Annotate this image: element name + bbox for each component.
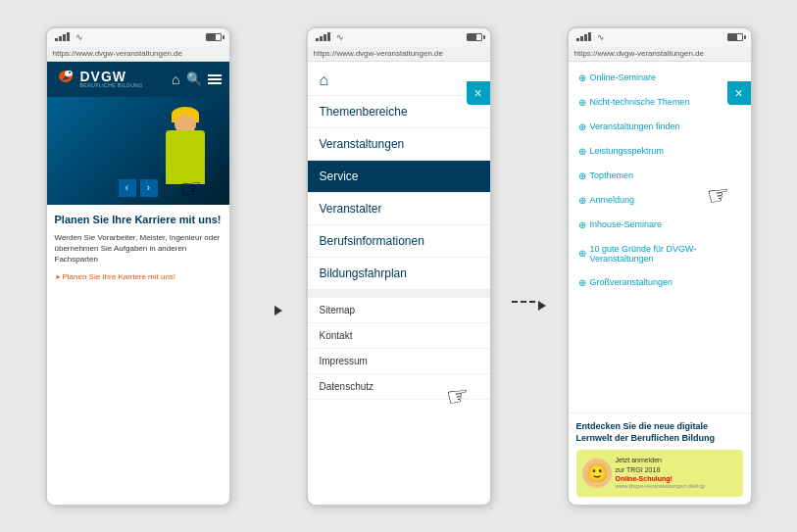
menu-item-bildungsfahrplan[interactable]: Bildungsfahrplan xyxy=(308,258,490,290)
arrow-1 xyxy=(249,227,288,306)
prev-arrow[interactable]: ‹ xyxy=(119,179,136,197)
phone1-content: Planen Sie Ihre Karriere mit uns! Werden… xyxy=(47,205,229,505)
next-arrow[interactable]: › xyxy=(140,179,158,197)
dvgw-text: DVGW xyxy=(80,70,143,83)
menu-separator xyxy=(308,290,490,298)
menu-item-veranstalter[interactable]: Veranstalter xyxy=(308,193,490,225)
dvgw-logo-area: DVGW BERUFLICHE BILDUNG xyxy=(55,69,143,90)
phone-2: ∿ https://www.dvgw-veranstaltungen.de × … xyxy=(306,26,492,507)
submenu-10-gruende[interactable]: 10 gute Gründe für DVGW-Veranstaltungen xyxy=(569,237,751,270)
submenu-nicht-technische[interactable]: Nicht-technische Themen xyxy=(569,90,751,115)
dash-2a xyxy=(512,301,518,303)
menu-secondary-sitemap[interactable]: Sitemap xyxy=(308,298,490,323)
phone-1: ∿ https://www.dvgw-veranstaltungen.de DV xyxy=(45,26,231,507)
svg-point-1 xyxy=(65,71,73,76)
arrow-head-2 xyxy=(538,301,546,311)
hero-nav-arrows: ‹ › xyxy=(119,179,158,197)
promo-line3: Online-Schulung! xyxy=(616,474,737,483)
signal-icon-2 xyxy=(316,32,330,41)
phone3-content: Online-Seminare Nicht-technische Themen … xyxy=(569,62,751,413)
submenu-inhouse-seminare[interactable]: Inhouse-Seminare xyxy=(569,213,751,237)
menu-close-button[interactable]: × xyxy=(467,81,490,105)
promo-line2: zur TRGI 2018 xyxy=(616,465,737,474)
promo-title: Entdecken Sie die neue digitale Lernwelt… xyxy=(576,421,743,444)
menu-secondary-kontakt[interactable]: Kontakt xyxy=(308,323,490,349)
menu-home-icon[interactable]: ⌂ xyxy=(308,62,490,96)
nav-icons-1: ⌂ 🔍 xyxy=(172,72,221,87)
url-bar-3[interactable]: https://www.dvgw-veranstaltungen.de xyxy=(569,46,751,62)
submenu-online-seminare[interactable]: Online-Seminare xyxy=(569,66,751,90)
menu-secondary-impressum[interactable]: Impressum xyxy=(308,349,490,374)
menu-item-veranstaltungen[interactable]: Veranstaltungen xyxy=(308,128,490,161)
cursor-hand-2: ☞ xyxy=(443,379,471,413)
menu-items: Themenbereiche Veranstaltungen Service V… xyxy=(308,96,490,290)
status-bar-1: ∿ xyxy=(47,28,229,46)
menu-item-service[interactable]: Service xyxy=(308,161,490,193)
menu-panel: ⌂ Themenbereiche Veranstaltungen Service… xyxy=(308,62,490,505)
dash-2c xyxy=(529,301,535,303)
signal-icon xyxy=(55,32,70,41)
nav-bar-1: DVGW BERUFLICHE BILDUNG ⌂ 🔍 xyxy=(47,62,229,97)
hero-cta-link[interactable]: Planen Sie Ihre Karriere mit uns! xyxy=(55,272,222,281)
promo-line1: Jetzt anmelden xyxy=(616,456,737,464)
arrow-head xyxy=(274,306,282,315)
promo-section: Entdecken Sie die neue digitale Lernwelt… xyxy=(569,412,751,504)
url-bar-1[interactable]: https://www.dvgw-veranstaltungen.de xyxy=(47,46,229,62)
url-bar-2[interactable]: https://www.dvgw-veranstaltungen.de xyxy=(308,46,490,62)
promo-face-icon: 🙂 xyxy=(582,459,612,488)
search-icon[interactable]: 🔍 xyxy=(186,72,202,86)
cursor-hand-3: ☞ xyxy=(704,178,731,213)
svg-point-2 xyxy=(69,72,71,73)
dvgw-subtext: BERUFLICHE BILDUNG xyxy=(80,83,143,88)
menu-item-berufsinformationen[interactable]: Berufsinformationen xyxy=(308,225,490,258)
battery-icon-3 xyxy=(727,33,743,41)
phone-3: ∿ https://www.dvgw-veranstaltungen.de × … xyxy=(567,26,753,507)
promo-text: Jetzt anmelden zur TRGI 2018 Online-Schu… xyxy=(616,456,737,490)
status-bar-3: ∿ xyxy=(569,28,751,46)
status-bar-2: ∿ xyxy=(308,28,490,46)
promo-url: www.dvgw-veranstaltungen.de/trgi xyxy=(616,483,737,491)
menu-close-button-3[interactable]: × xyxy=(727,81,751,105)
hero-text: Werden Sie Vorarbeiter, Meister, Ingenie… xyxy=(55,232,222,266)
cursor-hand-1: ☞ xyxy=(176,171,204,206)
dash-2b xyxy=(521,301,526,303)
dvgw-bird-icon xyxy=(55,69,76,90)
home-icon[interactable]: ⌂ xyxy=(172,72,179,87)
wifi-icon: ∿ xyxy=(75,32,83,42)
submenu-grossveranstaltungen[interactable]: Großveranstaltungen xyxy=(569,270,751,295)
arrow-2 xyxy=(510,222,549,311)
submenu-leistungsspektrum[interactable]: Leistungsspektrum xyxy=(569,139,751,164)
battery-icon-2 xyxy=(467,33,482,41)
hero-title: Planen Sie Ihre Karriere mit uns! xyxy=(55,213,222,226)
submenu-veranstaltungen-finden[interactable]: Veranstaltungen finden xyxy=(569,115,751,139)
promo-banner[interactable]: 🙂 Jetzt anmelden zur TRGI 2018 Online-Sc… xyxy=(576,450,743,496)
menu-item-themenbereiche[interactable]: Themenbereiche xyxy=(308,96,490,128)
wifi-icon-3: ∿ xyxy=(597,32,605,42)
menu-icon[interactable] xyxy=(208,74,222,84)
scene: ∿ https://www.dvgw-veranstaltungen.de DV xyxy=(0,0,797,532)
signal-icon-3 xyxy=(576,32,591,41)
battery-icon xyxy=(206,33,222,41)
wifi-icon-2: ∿ xyxy=(336,32,344,42)
